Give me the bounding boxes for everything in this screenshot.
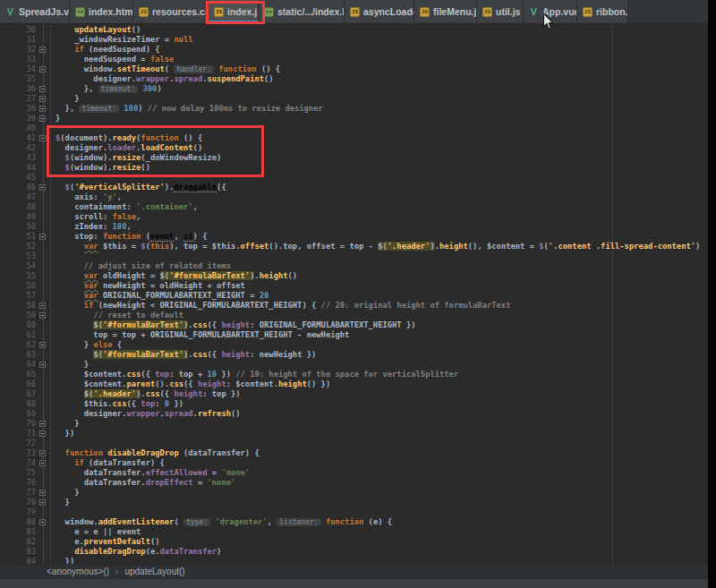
code-line[interactable] (55, 507, 700, 517)
code-line[interactable]: designer.wrapper.spread.suspendPaint() (55, 74, 700, 84)
code-line[interactable]: disableDragDrop(e.dataTransfer) (55, 547, 700, 557)
fold-icon[interactable] (39, 234, 46, 240)
code-line[interactable]: if (newHeight < ORIGINAL_FORMULABARTEXT_… (55, 301, 700, 311)
breadcrumb-item-anonymous[interactable]: <anonymous>() (47, 567, 109, 576)
tab-label: index.html (89, 6, 133, 17)
fold-icon[interactable] (39, 421, 46, 427)
line-number: 40 (0, 124, 36, 133)
code-line[interactable]: function disableDragDrop (dataTransfer) … (55, 448, 700, 458)
code-line[interactable]: // reset to default (55, 311, 700, 320)
tab-spreadjs-vue[interactable]: VSpreadJs.vue× (0, 0, 70, 23)
code-line[interactable]: updateLayout() (55, 25, 700, 35)
tab-ribbon-js[interactable]: JSribbon.js× (577, 0, 628, 23)
code-line[interactable]: e = e || event (55, 527, 700, 537)
code-line[interactable]: var $this = $(this), top = $this.offset(… (55, 242, 700, 251)
fold-icon[interactable] (39, 303, 46, 309)
code-line[interactable]: $('#formulaBarText').css({ height: newHe… (55, 350, 700, 360)
code-line[interactable]: top = top + ORIGINAL_FORMULABARTEXT_HEIG… (55, 330, 700, 340)
code-line[interactable]: } (55, 94, 700, 104)
breadcrumb-item-updatelayout[interactable]: updateLayout() (124, 567, 184, 576)
fold-icon[interactable] (39, 96, 46, 102)
tab-asyncloader-js[interactable]: JSasyncLoader.js× (345, 0, 414, 23)
fold-icon[interactable] (39, 47, 46, 53)
code-line[interactable]: } (55, 488, 700, 498)
line-number: 56 (0, 281, 36, 291)
code-line[interactable]: scroll: false, (55, 212, 700, 222)
fold-icon[interactable] (39, 86, 46, 92)
code-line[interactable] (55, 251, 700, 261)
code-line[interactable]: $this.css({ top: 0 }) (55, 399, 700, 409)
line-number: 41 (0, 133, 36, 143)
code-line[interactable]: if (needSuspend) { (55, 45, 700, 55)
code-line[interactable]: } (55, 419, 700, 429)
fold-icon[interactable] (39, 430, 46, 437)
code-line[interactable]: stop: function (event, ui) { (55, 232, 700, 242)
editor[interactable]: 3031323334353637383940414243444546474849… (0, 24, 708, 564)
line-number: 81 (0, 527, 36, 537)
code-line[interactable]: needSuspend = false (55, 55, 700, 64)
tab-resources-cn-js[interactable]: JSresources.cn.js× (133, 0, 209, 23)
code-line[interactable]: designer.wrapper.spread.refresh() (55, 409, 700, 419)
code-line[interactable]: if (dataTransfer) { (55, 458, 700, 468)
code-line[interactable]: window.addEventListener( type: 'dragente… (55, 517, 700, 527)
code-line[interactable]: var ORIGINAL_FORMULABARTEXT_HEIGHT = 20 (55, 291, 700, 301)
fold-icon[interactable] (39, 312, 46, 319)
fold-icon[interactable] (39, 362, 46, 368)
code-line[interactable]: var oldHeight = $('#formulaBarText').hei… (55, 271, 700, 281)
code-line[interactable]: $content.parent().css({ height: $content… (55, 379, 700, 389)
code-line[interactable]: $('#verticalSplitter').draggable({ (55, 183, 700, 192)
fold-icon[interactable] (39, 499, 46, 506)
fold-icon[interactable] (39, 115, 46, 122)
line-number: 53 (0, 251, 36, 261)
line-number: 36 (0, 84, 36, 94)
code-area[interactable]: updateLayout() _windowResizeTimer = null… (52, 25, 700, 564)
code-line[interactable]: }) (55, 429, 700, 439)
tab-static-index-html[interactable]: <>static/.../index.html× (259, 0, 345, 23)
code-line[interactable]: axis: 'y', (55, 192, 700, 202)
code-line[interactable] (55, 439, 700, 448)
fold-icon[interactable] (39, 66, 46, 72)
vue-file-icon: V (5, 7, 15, 17)
mouse-cursor-icon (542, 13, 554, 34)
tab-index-html[interactable]: <>index.html× (70, 0, 133, 23)
line-number: 77 (0, 488, 36, 498)
code-line[interactable]: $('#formulaBarText').css({ height: ORIGI… (55, 320, 700, 330)
code-line[interactable]: _windowResizeTimer = null (55, 35, 700, 45)
code-line[interactable]: dataTransfer.dropEffect = 'none' (55, 478, 700, 488)
code-line[interactable]: }) (55, 557, 700, 564)
code-line[interactable]: // adjust size of related items (55, 261, 700, 271)
html-file-icon: <> (264, 7, 274, 17)
line-number: 30 (0, 25, 36, 35)
line-number: 52 (0, 242, 36, 251)
code-line[interactable]: } else { (55, 340, 700, 350)
line-number: 49 (0, 212, 36, 222)
code-line[interactable]: var newHeight = oldHeight + offset (55, 281, 700, 291)
fold-icon[interactable] (39, 450, 46, 456)
tab-util-js[interactable]: JSutil.js× (477, 0, 524, 23)
code-line[interactable]: window.setTimeout( handler: function () … (55, 64, 700, 74)
code-line[interactable]: zIndex: 100, (55, 222, 700, 232)
line-number: 73 (0, 448, 36, 458)
code-line[interactable]: } (55, 498, 700, 507)
fold-icon[interactable] (39, 106, 46, 112)
fold-icon[interactable] (39, 184, 46, 191)
code-line[interactable]: dataTransfer.effectAllowed = 'none' (55, 468, 700, 478)
fold-icon[interactable] (39, 460, 46, 466)
line-number: 32 (0, 45, 36, 55)
code-line[interactable]: e.preventDefault() (55, 537, 700, 547)
code-line[interactable]: $content.css({ top: top + 10 }) // 10: h… (55, 370, 700, 379)
js-file-icon: JS (583, 7, 592, 17)
code-line[interactable]: }, timeout: 100) // now delay 100ms to r… (55, 104, 700, 114)
tab-filemenu-js[interactable]: JSfileMenu.js× (414, 0, 477, 23)
fold-icon[interactable] (39, 519, 46, 525)
fold-icon[interactable] (39, 135, 46, 141)
code-line[interactable]: }, timeout: 300) (55, 84, 700, 94)
code-line[interactable]: } (55, 360, 700, 370)
code-line[interactable]: containment: '.container', (55, 202, 700, 212)
fold-icon[interactable] (39, 490, 46, 496)
fold-icon[interactable] (39, 342, 46, 348)
code-line[interactable]: } (55, 114, 700, 124)
vue-file-icon: V (529, 7, 539, 17)
code-line[interactable]: $('.header').css({ height: top }) (55, 389, 700, 399)
line-number: 74 (0, 458, 36, 468)
